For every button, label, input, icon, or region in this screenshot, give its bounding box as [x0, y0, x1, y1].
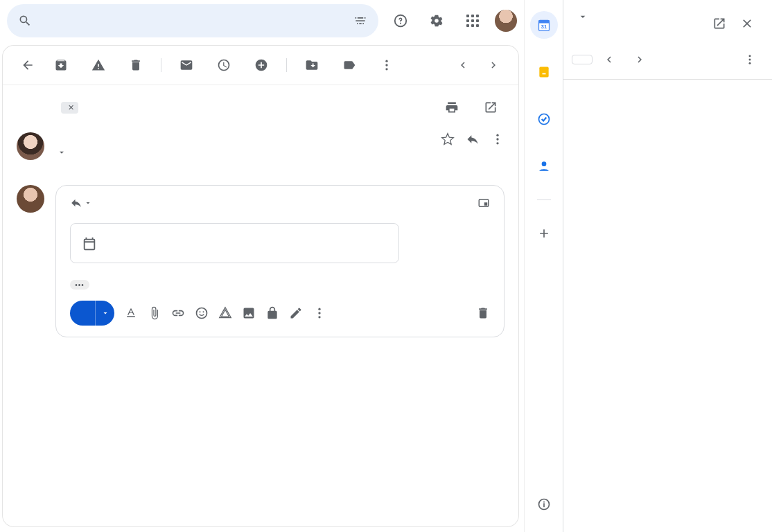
calendar-scroll[interactable] [563, 80, 772, 532]
calendar-app-button[interactable]: 31 [530, 11, 558, 39]
filter-icon[interactable] [353, 14, 367, 28]
star-button[interactable] [441, 132, 455, 146]
print-icon [445, 100, 459, 114]
reply-icon [70, 197, 82, 209]
event-attachment[interactable] [70, 223, 399, 263]
svg-point-3 [496, 134, 498, 136]
side-panel-info[interactable] [530, 490, 558, 518]
mail-content: ✕ [3, 46, 518, 526]
today-button[interactable] [572, 55, 593, 64]
divider [537, 200, 551, 200]
side-panel: 31 [524, 0, 563, 532]
add-task-icon [254, 58, 268, 72]
svg-point-5 [496, 142, 498, 144]
dropdown-icon [101, 309, 109, 317]
svg-point-0 [385, 60, 387, 62]
emoji-icon [195, 306, 209, 320]
label-chip[interactable]: ✕ [61, 102, 78, 114]
open-calendar-button[interactable] [705, 10, 733, 37]
labels-button[interactable] [335, 51, 363, 79]
close-icon[interactable]: ✕ [68, 103, 74, 112]
clock-icon [217, 58, 231, 72]
print-button[interactable] [438, 94, 466, 121]
show-trimmed-button[interactable]: ••• [70, 280, 89, 290]
drive-button[interactable] [218, 306, 232, 320]
spam-button[interactable] [85, 51, 112, 79]
archive-button[interactable] [47, 51, 75, 79]
account-avatar[interactable] [495, 10, 517, 32]
add-task-button[interactable] [247, 51, 275, 79]
reply-button[interactable] [466, 132, 480, 146]
contacts-app-button[interactable] [530, 152, 558, 180]
insert-image-button[interactable] [242, 306, 256, 320]
send-options-button[interactable] [95, 301, 114, 326]
my-avatar[interactable] [17, 185, 44, 213]
reply-type-button[interactable] [70, 197, 92, 209]
move-to-button[interactable] [298, 51, 326, 79]
prev-day-button[interactable] [595, 46, 623, 73]
snooze-button[interactable] [210, 51, 238, 79]
svg-point-8 [197, 308, 207, 319]
emoji-button[interactable] [195, 306, 209, 320]
archive-icon [54, 58, 68, 72]
calendar-date-picker[interactable] [574, 11, 705, 22]
signature-button[interactable] [289, 306, 303, 320]
next-button[interactable] [480, 51, 507, 79]
svg-point-25 [749, 59, 751, 61]
confidential-mode-button[interactable] [265, 306, 279, 320]
formatting-button[interactable] [124, 306, 138, 320]
search-bar[interactable] [7, 4, 378, 37]
svg-point-4 [496, 138, 498, 140]
tasks-icon [537, 112, 551, 126]
dropdown-icon [577, 11, 588, 22]
svg-rect-15 [538, 20, 549, 23]
calendar-icon [82, 236, 97, 251]
link-button[interactable] [171, 306, 185, 320]
svg-text:31: 31 [541, 24, 546, 30]
image-icon [242, 306, 256, 320]
attachment-icon [148, 306, 161, 320]
popout-button[interactable] [477, 197, 490, 209]
keep-app-button[interactable] [530, 58, 558, 86]
message-more-button[interactable] [491, 132, 505, 146]
discard-draft-button[interactable] [476, 306, 490, 320]
svg-rect-22 [543, 503, 545, 507]
chevron-left-icon [457, 59, 469, 71]
pen-icon [289, 306, 303, 320]
send-button[interactable] [70, 301, 95, 326]
settings-button[interactable] [423, 7, 450, 35]
calendar-more-button[interactable] [736, 46, 764, 73]
link-icon [171, 306, 185, 320]
popout-icon [477, 197, 490, 209]
apps-button[interactable] [459, 7, 486, 35]
attach-button[interactable] [148, 306, 161, 320]
trash-icon [476, 306, 490, 320]
back-button[interactable] [14, 51, 42, 79]
delete-button[interactable] [122, 51, 150, 79]
text-format-icon [124, 306, 138, 320]
compose-more-button[interactable] [313, 306, 326, 320]
prev-button[interactable] [449, 51, 477, 79]
next-day-button[interactable] [626, 46, 653, 73]
chevron-right-icon [633, 53, 646, 66]
help-button[interactable] [387, 7, 414, 35]
mark-unread-button[interactable] [173, 51, 200, 79]
get-addons-button[interactable] [530, 220, 558, 247]
svg-rect-18 [542, 73, 545, 75]
sender-avatar[interactable] [17, 132, 44, 160]
close-icon [740, 17, 754, 30]
tasks-app-button[interactable] [530, 105, 558, 133]
recipient-line[interactable] [55, 148, 505, 157]
star-icon [441, 132, 455, 146]
info-icon [537, 497, 551, 511]
search-input[interactable] [32, 15, 353, 27]
trash-icon [129, 58, 143, 72]
more-button[interactable] [373, 51, 401, 79]
svg-point-24 [749, 55, 751, 57]
close-calendar-button[interactable] [733, 10, 761, 37]
reply-box: ••• [55, 185, 505, 337]
more-vert-icon [380, 58, 394, 72]
keep-icon [537, 65, 551, 79]
message [3, 124, 518, 168]
open-new-window-button[interactable] [477, 94, 505, 121]
